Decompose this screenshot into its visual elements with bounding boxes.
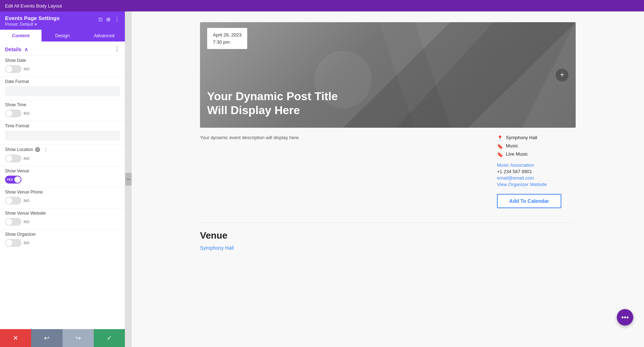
divider-handle[interactable]: ⇔ — [125, 173, 132, 186]
show-location-toggle-wrap: NO — [5, 155, 120, 162]
save-button[interactable]: ✓ — [94, 329, 125, 347]
section-details-label: Details — [5, 47, 21, 52]
show-date-toggle-label: NO — [24, 67, 30, 71]
time-format-label: Time Format — [5, 123, 29, 128]
add-to-calendar-button[interactable]: Add To Calendar — [497, 194, 561, 208]
plus-button[interactable]: + — [556, 69, 569, 82]
sidebar-category2-row: 🔖 Live Music — [497, 151, 576, 157]
date-format-label: Date Format — [5, 79, 29, 84]
show-organizer-label: Show Organizer — [5, 232, 36, 237]
redo-button[interactable]: ↪ — [63, 329, 94, 347]
event-time: 7:30 pm — [213, 39, 241, 46]
show-venue-website-toggle-wrap: NO — [5, 218, 120, 226]
category1-icon: 🔖 — [497, 143, 503, 149]
show-venue-website-label: Show Venue Website — [5, 211, 46, 216]
undo-icon: ↩ — [44, 334, 49, 342]
show-location-toggle[interactable] — [5, 155, 21, 162]
show-time-toggle-label: NO — [24, 111, 30, 116]
show-location-menu-dots[interactable]: ⋮ — [43, 147, 48, 152]
content-row: Your dynamic event description will disp… — [200, 135, 576, 208]
cancel-button[interactable]: ✕ — [0, 329, 31, 347]
show-venue-toggle-wrap: YES — [5, 176, 120, 184]
organizer-website-link[interactable]: View Organizer Website — [497, 182, 576, 187]
redo-icon: ↪ — [75, 334, 81, 342]
show-date-toggle[interactable] — [5, 65, 21, 73]
venue-section: Venue Symphony Hall — [200, 223, 576, 251]
setting-show-organizer: Show Organizer NO — [0, 229, 125, 250]
hero-image: April 28, 2023 7:30 pm Your Dynamic Post… — [200, 22, 576, 128]
tab-advanced[interactable]: Advanced — [83, 30, 125, 41]
show-organizer-toggle[interactable] — [5, 239, 21, 247]
venue-link[interactable]: Symphony Hall — [200, 245, 234, 251]
panel-header: Events Page Settings Preset: Default ▾ ⊡… — [0, 11, 125, 30]
category2-text: Live Music — [506, 151, 528, 157]
show-date-toggle-wrap: NO — [5, 65, 120, 73]
show-organizer-toggle-label: NO — [24, 241, 30, 245]
show-venue-toggle[interactable]: YES — [5, 176, 21, 184]
panel-divider[interactable]: ⇔ — [125, 11, 132, 347]
show-time-toggle-wrap: NO — [5, 109, 120, 117]
event-preview: April 28, 2023 7:30 pm Your Dynamic Post… — [200, 22, 576, 251]
sidebar-location-row: 📍 Symphony Hall — [497, 135, 576, 141]
category2-icon: 🔖 — [497, 152, 503, 157]
setting-show-time: Show Time NO — [0, 100, 125, 121]
show-venue-website-toggle[interactable] — [5, 218, 21, 226]
top-bar: Edit All Events Body Layout — [0, 0, 644, 11]
panel-preset[interactable]: Preset: Default ▾ — [5, 22, 60, 27]
show-time-toggle[interactable] — [5, 109, 21, 117]
time-format-input[interactable] — [5, 131, 120, 141]
event-sidebar: 📍 Symphony Hall 🔖 Music 🔖 Live Music — [497, 135, 576, 208]
setting-date-format: Date Format — [0, 77, 125, 100]
setting-show-venue-website: Show Venue Website NO — [0, 208, 125, 229]
show-venue-phone-toggle[interactable] — [5, 197, 21, 205]
collapse-icon[interactable]: ∧ — [24, 47, 28, 52]
panel-icon-grid[interactable]: ⊡ — [98, 16, 103, 22]
organizer-phone: +1 234 567 8901 — [497, 169, 576, 174]
setting-show-location: Show Location ? ⋮ NO — [0, 144, 125, 166]
main-layout: Events Page Settings Preset: Default ▾ ⊡… — [0, 11, 644, 347]
cancel-icon: ✕ — [13, 334, 18, 342]
show-venue-website-toggle-label: NO — [24, 220, 30, 224]
show-location-label: Show Location — [5, 147, 33, 152]
show-venue-phone-toggle-label: NO — [24, 199, 30, 203]
show-date-label: Show Date — [5, 58, 26, 63]
category1-text: Music — [506, 143, 518, 148]
bottom-toolbar: ✕ ↩ ↪ ✓ — [0, 329, 125, 347]
date-format-input[interactable] — [5, 86, 120, 96]
panel-icon-more[interactable]: ⋮ — [114, 16, 120, 23]
undo-button[interactable]: ↩ — [31, 329, 62, 347]
organizer-section: Music Association +1 234 567 8901 email@… — [497, 162, 576, 187]
setting-time-format: Time Format — [0, 121, 125, 144]
top-bar-title: Edit All Events Body Layout — [5, 3, 62, 9]
venue-title: Venue — [200, 230, 576, 241]
panel-icon-columns[interactable]: ⊞ — [106, 16, 111, 22]
date-badge: April 28, 2023 7:30 pm — [207, 28, 247, 49]
settings-scroll: Details ∧ ⋮ Show Date NO — [0, 41, 125, 347]
save-icon: ✓ — [107, 334, 112, 342]
panel-title: Events Page Settings — [5, 15, 60, 21]
event-description-text: Your dynamic event description will disp… — [200, 135, 483, 140]
section-menu-icon[interactable]: ⋮ — [114, 46, 120, 53]
setting-show-venue: Show Venue YES — [0, 166, 125, 187]
post-title: Your Dynamic Post Title Will Display Her… — [207, 89, 350, 117]
show-location-help-icon[interactable]: ? — [35, 147, 40, 152]
tab-design[interactable]: Design — [42, 30, 83, 41]
sidebar-category1-row: 🔖 Music — [497, 143, 576, 149]
floating-dots-button[interactable]: ••• — [617, 309, 633, 326]
event-date: April 28, 2023 — [213, 31, 241, 39]
organizer-email-link[interactable]: email@email.com — [497, 175, 576, 181]
setting-show-date: Show Date NO — [0, 55, 125, 77]
show-location-toggle-label: NO — [24, 156, 30, 161]
show-organizer-toggle-wrap: NO — [5, 239, 120, 247]
section-details-header: Details ∧ ⋮ — [0, 41, 125, 55]
show-venue-phone-toggle-wrap: NO — [5, 197, 120, 205]
content-area: April 28, 2023 7:30 pm Your Dynamic Post… — [132, 11, 644, 347]
left-panel: Events Page Settings Preset: Default ▾ ⊡… — [0, 11, 125, 347]
show-venue-label: Show Venue — [5, 168, 29, 174]
location-text: Symphony Hall — [506, 135, 537, 140]
tabs: Content Design Advanced — [0, 30, 125, 41]
show-time-label: Show Time — [5, 102, 26, 107]
show-venue-phone-label: Show Venue Phone — [5, 190, 43, 195]
tab-content[interactable]: Content — [0, 30, 42, 41]
organizer-name-link[interactable]: Music Association — [497, 162, 576, 168]
